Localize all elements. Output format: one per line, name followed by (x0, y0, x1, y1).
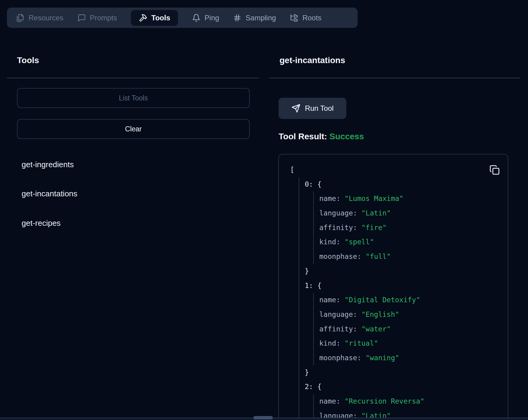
tab-sampling[interactable]: Sampling (233, 14, 276, 22)
json-row: } (305, 365, 502, 380)
tool-result-box: [0: {name: "Lumos Maxima"language: "Lati… (278, 154, 508, 420)
hammer-icon (139, 14, 147, 22)
folder-tree-icon (290, 14, 298, 22)
json-row: kind: "ritual" (319, 336, 502, 351)
json-row: affinity: "water" (319, 322, 502, 337)
json-row: moonphase: "full" (319, 249, 502, 264)
tool-result-line: Tool Result: Success (279, 132, 364, 141)
json-row: [ (290, 163, 502, 177)
tab-label: Roots (302, 14, 321, 22)
hash-icon (233, 14, 242, 22)
json-row: 1: { (305, 279, 502, 293)
tool-list-item-get-incantations[interactable]: get-incantations (22, 189, 77, 198)
json-row: language: "Latin" (319, 206, 502, 221)
right-panel-divider (269, 78, 520, 78)
tab-roots[interactable]: Roots (290, 14, 321, 22)
json-row: language: "English" (319, 307, 502, 322)
tool-result-status: Success (329, 132, 364, 141)
json-row: name: "Lumos Maxima" (319, 191, 502, 206)
message-square-icon (77, 14, 86, 22)
left-panel-title: Tools (17, 55, 39, 66)
json-row: 2: { (305, 380, 502, 394)
json-row: name: "Recursion Reversa" (319, 394, 502, 409)
tab-tools[interactable]: Tools (131, 10, 178, 26)
tab-resources[interactable]: Resources (16, 14, 63, 22)
clear-button[interactable]: Clear (17, 119, 250, 139)
tab-label: Prompts (90, 14, 117, 22)
tab-ping[interactable]: Ping (192, 14, 219, 22)
send-icon (291, 104, 300, 113)
tab-label: Ping (204, 14, 219, 22)
bell-icon (192, 14, 201, 22)
tab-label: Sampling (245, 14, 276, 22)
json-row: 0: { (305, 177, 502, 192)
left-panel-divider (7, 78, 259, 78)
json-row: name: "Digital Detoxify" (319, 293, 502, 307)
right-panel-title: get-incantations (279, 55, 345, 66)
tab-label: Resources (29, 14, 63, 22)
files-icon (16, 14, 25, 22)
tool-list-item-get-recipes[interactable]: get-recipes (22, 218, 61, 228)
bottom-bar (0, 418, 528, 420)
tool-list-item-get-ingredients[interactable]: get-ingredients (22, 160, 74, 169)
json-row: moonphase: "waning" (319, 351, 502, 365)
json-row: kind: "spell" (319, 235, 502, 249)
main-nav: Resources Prompts Tools Ping (7, 8, 358, 28)
tab-prompts[interactable]: Prompts (77, 14, 117, 22)
list-tools-button[interactable]: List Tools (17, 88, 250, 108)
run-tool-label: Run Tool (305, 104, 334, 113)
run-tool-button[interactable]: Run Tool (279, 98, 346, 119)
tool-result-label: Tool Result: (279, 132, 327, 141)
panel-resize-handle[interactable] (253, 416, 273, 419)
json-row: affinity: "fire" (319, 221, 502, 235)
json-tree: [0: {name: "Lumos Maxima"language: "Lati… (290, 163, 502, 420)
tab-label: Tools (151, 14, 170, 22)
json-row: } (305, 264, 502, 279)
